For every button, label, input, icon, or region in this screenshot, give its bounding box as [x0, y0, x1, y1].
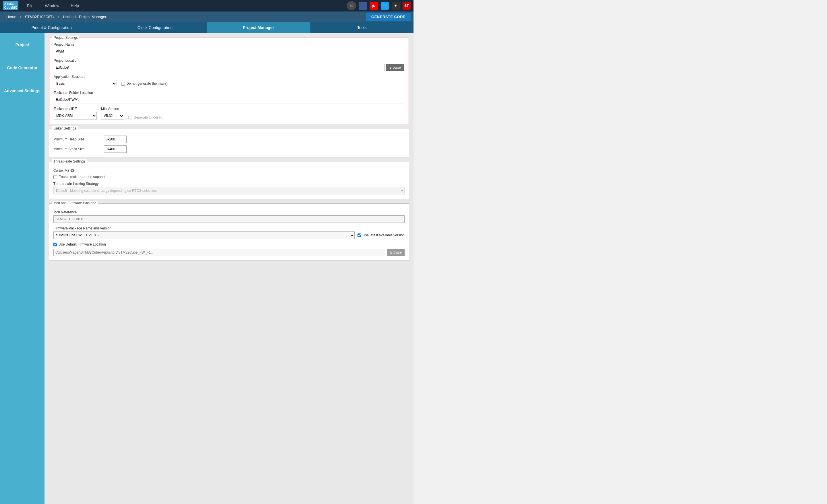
tab-bar: Pinout & Configuration Clock Configurati…: [0, 22, 414, 33]
project-name-label: Project Name: [54, 43, 404, 47]
menu-file[interactable]: File: [27, 3, 34, 8]
min-stack-row: Minimum Stack Size: [53, 145, 404, 153]
tab-tools[interactable]: Tools: [310, 22, 414, 33]
thread-safe-title: Thread-safe Settings: [52, 159, 87, 163]
breadcrumb-home[interactable]: Home: [3, 11, 20, 22]
generate-under-checkbox[interactable]: [128, 116, 132, 119]
twitter-icon[interactable]: 🐦: [381, 2, 389, 10]
project-location-label: Project Location: [54, 59, 404, 63]
toolchain-folder-input[interactable]: [54, 96, 404, 103]
do-not-generate-checkbox[interactable]: [121, 82, 125, 86]
project-location-group: Project Location Browse: [54, 59, 404, 71]
sidebar: Project Code Generator Advanced Settings: [0, 33, 45, 504]
firmware-path-input[interactable]: [53, 249, 386, 256]
generate-code-button[interactable]: GENERATE CODE: [366, 13, 410, 21]
cortex-label: Cortex-M3NS: [53, 168, 404, 172]
locking-strategy-group: Thread-safe Locking Strategy Default - M…: [53, 182, 404, 194]
toolchain-folder-label: Toolchain Folder Location: [54, 91, 404, 95]
main-layout: Project Code Generator Advanced Settings…: [0, 33, 414, 504]
app-structure-select[interactable]: Basic: [54, 80, 117, 87]
firmware-name-select[interactable]: STM32Cube FW_F1 V1.8.5: [53, 232, 355, 239]
min-heap-label: Minimum Heap Size: [53, 137, 99, 141]
toolchain-ide-label: Toolchain / IDE: [54, 107, 97, 111]
firmware-path-row: Browse: [53, 249, 404, 256]
toolchain-ide-row: Toolchain / IDE MDK-ARM Min Version V5.3…: [54, 107, 404, 119]
project-location-browse-button[interactable]: Browse: [386, 64, 404, 71]
sidebar-item-project[interactable]: Project: [0, 33, 45, 56]
locking-strategy-select[interactable]: Default - Mapping suitable strategy depe…: [53, 187, 404, 194]
app-structure-label: Application Structure: [54, 75, 404, 79]
project-location-input[interactable]: [54, 64, 385, 71]
sidebar-item-advanced-settings[interactable]: Advanced Settings: [0, 79, 45, 102]
mcu-firmware-title: Mcu and Firmware Package: [52, 201, 98, 205]
enable-multithread-checkbox[interactable]: [53, 175, 57, 179]
enable-multithread-label[interactable]: Enable multi-threaded support: [53, 175, 404, 179]
app-logo: STM32 CubeMX: [3, 1, 18, 10]
firmware-browse-button[interactable]: Browse: [387, 249, 404, 256]
project-settings-section: Project Settings Project Name Project Lo…: [49, 38, 409, 124]
sidebar-item-code-generator[interactable]: Code Generator: [0, 56, 45, 79]
firmware-name-label: Firmware Package Name and Version: [53, 226, 404, 230]
linker-settings-section: Linker Settings Minimum Heap Size Minimu…: [49, 129, 409, 157]
social-icons: 10 f ▶ 🐦 ✦ ST: [347, 1, 410, 10]
min-stack-label: Minimum Stack Size: [53, 147, 99, 151]
toolchain-ide-group: Toolchain / IDE MDK-ARM: [54, 107, 97, 119]
use-latest-checkbox[interactable]: [357, 234, 361, 237]
tab-project-manager[interactable]: Project Manager: [207, 22, 310, 33]
min-stack-input[interactable]: [104, 145, 127, 153]
toolchain-folder-group: Toolchain Folder Location: [54, 91, 404, 103]
facebook-icon[interactable]: f: [359, 2, 367, 10]
toolchain-ide-select[interactable]: MDK-ARM: [54, 112, 97, 119]
st-icon[interactable]: ST: [402, 2, 410, 10]
mcu-reference-label: Mcu Reference: [53, 210, 404, 214]
mcu-reference-group: Mcu Reference: [53, 210, 404, 223]
project-location-input-row: Browse: [54, 64, 404, 71]
app-structure-row: Basic Do not generate the main(): [54, 80, 404, 87]
use-default-location-group: Use Default Firmware Location: [53, 242, 404, 246]
breadcrumb-chip[interactable]: STM32F103C8Tx: [21, 11, 58, 22]
project-name-input[interactable]: [54, 48, 404, 55]
network-icon[interactable]: ✦: [392, 2, 400, 10]
mcu-firmware-section: Mcu and Firmware Package Mcu Reference F…: [49, 203, 409, 261]
menu-bar: STM32 CubeMX File Window Help 10 f ▶ 🐦 ✦…: [0, 0, 414, 11]
min-version-select[interactable]: V5.32: [101, 112, 124, 119]
mcu-reference-input: [53, 215, 404, 223]
min-version-label: Min Version: [101, 107, 124, 111]
youtube-icon[interactable]: ▶: [370, 2, 378, 10]
locking-strategy-label: Thread-safe Locking Strategy: [53, 182, 404, 186]
anniversary-icon: 10: [347, 1, 356, 10]
generate-under-group: Generate Under R...: [128, 115, 164, 119]
logo-area: STM32 CubeMX: [3, 1, 18, 10]
thread-safe-section: Thread-safe Settings Cortex-M3NS Enable …: [49, 162, 409, 199]
use-latest-label[interactable]: Use latest available version: [357, 233, 404, 237]
use-default-location-checkbox[interactable]: [53, 243, 57, 246]
breadcrumb-bar: Home › STM32F103C8Tx › Untitled - Projec…: [0, 11, 414, 22]
firmware-name-row: STM32Cube FW_F1 V1.8.5 Use latest availa…: [53, 232, 404, 239]
do-not-generate-label[interactable]: Do not generate the main(): [121, 82, 167, 86]
linker-settings-title: Linker Settings: [52, 127, 78, 131]
menu-items: File Window Help: [27, 3, 347, 8]
content-area: Project Settings Project Name Project Lo…: [45, 33, 414, 504]
breadcrumb-project[interactable]: Untitled - Project Manager: [59, 11, 110, 22]
project-settings-title: Project Settings: [52, 36, 79, 40]
tab-clock[interactable]: Clock Configuration: [103, 22, 207, 33]
tab-pinout[interactable]: Pinout & Configuration: [0, 22, 103, 33]
app-structure-group: Application Structure Basic Do not gener…: [54, 75, 404, 87]
use-default-location-label[interactable]: Use Default Firmware Location: [53, 242, 404, 246]
min-version-group: Min Version V5.32: [101, 107, 124, 119]
project-name-group: Project Name: [54, 43, 404, 55]
menu-help[interactable]: Help: [70, 3, 79, 8]
firmware-name-group: Firmware Package Name and Version STM32C…: [53, 226, 404, 239]
menu-window[interactable]: Window: [45, 3, 59, 8]
min-heap-row: Minimum Heap Size: [53, 136, 404, 143]
min-heap-input[interactable]: [104, 136, 127, 143]
